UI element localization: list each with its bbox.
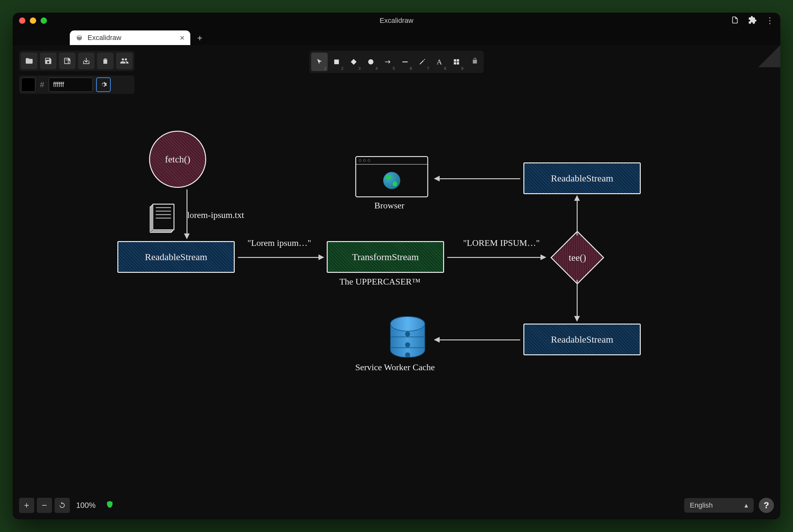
browser-tab[interactable]: Excalidraw × [70, 31, 190, 45]
tab-close-icon[interactable]: × [180, 33, 185, 43]
node-label: fetch() [165, 154, 190, 165]
node-transformstream[interactable]: TransformStream [327, 241, 444, 273]
arrow-readable-to-browser[interactable] [434, 178, 520, 179]
zoom-in-button[interactable]: + [19, 498, 34, 513]
edge-label-lorem: "Lorem ipsum…" [247, 238, 311, 248]
edge-label-upper: "LOREM IPSUM…" [463, 238, 540, 248]
node-fetch-circle[interactable]: fetch() [149, 131, 206, 188]
new-tab-button[interactable]: + [193, 31, 207, 45]
arrow-transform-to-tee[interactable] [447, 257, 546, 258]
node-readablestream-3[interactable]: ReadableStream [523, 324, 641, 355]
node-label: ReadableStream [551, 334, 614, 345]
arrow-fetch-to-readable[interactable] [187, 189, 188, 239]
document-icon[interactable] [731, 16, 739, 25]
zoom-out-button[interactable]: − [37, 498, 52, 513]
node-readablestream-2[interactable]: ReadableStream [523, 163, 641, 194]
tab-favicon-icon [76, 34, 83, 41]
node-label: tee() [569, 252, 586, 263]
node-readablestream-1[interactable]: ReadableStream [117, 241, 235, 273]
app-canvas-area: # 1 2 3 4 [13, 45, 780, 519]
database-cylinder-icon[interactable] [390, 316, 425, 358]
fullscreen-window-button[interactable] [41, 17, 47, 24]
bottom-right-controls: English ▴ ? [684, 498, 774, 513]
window-title: Excalidraw [380, 17, 413, 25]
transform-subtitle: The UPPERCASER™ [340, 277, 420, 287]
globe-icon [383, 172, 400, 189]
more-icon[interactable]: ⋮ [766, 16, 774, 26]
arrow-tee-to-readable-up[interactable] [577, 196, 578, 235]
tab-title: Excalidraw [88, 34, 121, 42]
traffic-lights [19, 17, 47, 24]
extension-icon[interactable] [748, 16, 757, 26]
arrow-readable-to-transform[interactable] [238, 257, 324, 258]
browser-window-icon[interactable] [355, 156, 428, 197]
tabs-row: Excalidraw × + [13, 28, 780, 45]
arrow-tee-to-readable-down[interactable] [577, 280, 578, 321]
node-label: ReadableStream [551, 173, 614, 184]
titlebar: Excalidraw ⋮ [13, 13, 780, 28]
node-label: TransformStream [352, 251, 419, 262]
browser-label: Browser [374, 201, 404, 211]
zoom-reset-button[interactable] [55, 498, 70, 513]
shield-icon[interactable] [105, 500, 114, 511]
drawing-canvas[interactable]: fetch() lorem-ipsum.txt ReadableStream "… [13, 45, 780, 519]
chevron-up-icon: ▴ [744, 501, 748, 510]
zoom-value: 100% [72, 501, 99, 510]
app-window: Excalidraw ⋮ Excalidraw × + [13, 13, 780, 519]
cache-label: Service Worker Cache [355, 362, 435, 373]
minimize-window-button[interactable] [30, 17, 36, 24]
node-label: ReadableStream [145, 251, 208, 262]
help-button[interactable]: ? [759, 498, 774, 513]
language-select[interactable]: English ▴ [684, 498, 754, 513]
arrow-readable-to-cache[interactable] [434, 339, 520, 340]
document-stack-icon[interactable] [152, 204, 174, 230]
language-value: English [690, 501, 713, 510]
node-tee-diamond[interactable]: tee() [550, 231, 604, 285]
close-window-button[interactable] [19, 17, 25, 24]
file-name-label: lorem-ipsum.txt [187, 210, 244, 220]
zoom-controls: + − 100% [19, 498, 114, 513]
